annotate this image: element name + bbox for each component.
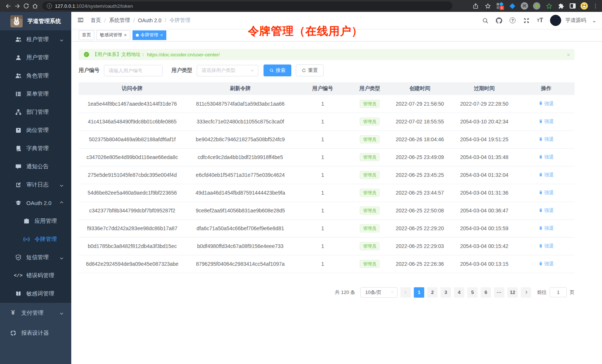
split-screen-icon[interactable] [570,3,576,9]
browser-forward-icon[interactable] [13,1,22,10]
column-header: 用户编号 [295,82,350,95]
user-id-input[interactable] [104,65,163,76]
alert-text: 【用户体系】文档地址： [92,51,145,58]
site-info-icon[interactable]: i [47,3,52,9]
force-logout-label: 强退 [544,189,554,196]
force-logout-label: 强退 [544,207,554,214]
github-icon[interactable] [495,17,503,24]
sidebar-item-16[interactable]: 报表设计器 [0,323,71,343]
refresh-cell: 333ecfc71e02480cb11055c875c3ca0f [186,113,295,130]
sidebar-menu: 租户管理用户管理角色管理菜单管理部门管理岗位管理字典管理通知公告审计日志OAut… [0,30,71,343]
page-button-12[interactable]: 12 [507,287,518,298]
command-extension-icon[interactable]: ⌘ [521,2,528,10]
refresh-cell: 49d1aa46d1454fbd87591444423be9fa [186,184,295,202]
caret-down-icon[interactable] [592,19,596,22]
emoji-extension-icon[interactable] [580,2,588,10]
font-size-icon[interactable]: TT [536,17,544,24]
browser-home-icon[interactable] [30,1,39,10]
column-header: 创建时间 [389,82,451,95]
sidebar-item-8[interactable]: 审计日志 [0,176,71,194]
table-row: c347026e805e4d99b0d116eae66eda8ccdfc4ce9… [79,148,575,166]
user-id-cell: 1 [295,130,350,148]
fullscreen-icon[interactable] [523,17,530,24]
sidebar-item-7[interactable]: 通知公告 [0,158,71,176]
breadcrumb: 首页 / 系统管理 / OAuth 2.0 / 令牌管理 [91,17,190,24]
browser-menu-icon[interactable]: ⋮ [593,3,598,9]
sidebar-item-5[interactable]: 岗位管理 [0,121,71,139]
sidebar-item-6[interactable]: 字典管理 [0,139,71,158]
app-title: 芋道管理系统 [27,18,61,25]
sidebar-item-12[interactable]: 短信管理 [0,248,71,267]
bookmark-star-icon[interactable] [484,1,491,10]
created-cell: 2022-06-25 22:29:20 [389,219,451,237]
search-button[interactable]: 搜索 [264,64,291,76]
page-button-3[interactable]: 3 [441,287,451,298]
more-pages-button[interactable]: ··· [494,287,504,298]
chevron-down-icon [59,311,64,315]
force-logout-button[interactable]: 强退 [539,172,554,178]
close-tab-icon[interactable]: × [160,33,163,37]
table-row: 275e5de9151045fe87cbdc395e004f4de6cfd40e… [79,166,575,184]
force-logout-button[interactable]: 强退 [539,100,554,107]
sidebar-item-11[interactable]: 令牌管理 [0,230,71,248]
page-button-6[interactable]: 6 [481,287,491,298]
force-logout-button[interactable]: 强退 [539,225,554,232]
force-logout-button[interactable]: 强退 [539,154,554,161]
alert-close-icon[interactable]: × [567,52,570,58]
sidebar-item-label: 角色管理 [26,72,49,79]
sidebar-item-1[interactable]: 用户管理 [0,49,71,67]
force-logout-button[interactable]: 强退 [539,261,554,267]
collapse-sidebar-icon[interactable] [77,17,85,24]
tab-switcher-extension-icon[interactable]: 9 [496,2,504,10]
force-logout-button[interactable]: 强退 [539,136,554,143]
page-button-5[interactable]: 5 [467,287,478,298]
header-search-icon[interactable] [481,17,489,24]
force-logout-button[interactable]: 强退 [539,243,554,249]
force-logout-button[interactable]: 强退 [539,189,554,196]
view-tab-0[interactable]: 首页 [79,30,94,40]
sidebar-item-0[interactable]: 租户管理 [0,30,71,49]
refresh-cell: 9ce8ef2aa9f14056b831ae9b608e28d5 [186,202,295,219]
sidebar-item-3[interactable]: 菜单管理 [0,85,71,103]
expires-cell: 2054-03-04 00:36:47 [451,202,518,219]
username[interactable]: 芋道源码 [565,17,586,24]
page-button-4[interactable]: 4 [454,287,464,298]
page-button-1[interactable]: 1 [414,287,424,298]
browser-reload-icon[interactable] [22,1,30,10]
page-size-select[interactable]: 10条/页 [360,287,397,298]
sidebar-item-9[interactable]: OAuth 2.0 [0,194,71,212]
gem-extension-icon[interactable] [508,1,516,10]
user-avatar[interactable] [550,15,561,26]
user-type-select[interactable]: 请选择用户类型 [197,65,258,76]
action-cell: 强退 [518,219,575,237]
share-icon[interactable] [472,1,479,10]
breadcrumb-home[interactable]: 首页 [91,17,101,24]
breadcrumb-oauth[interactable]: OAuth 2.0 [138,17,161,23]
sidebar-item-2[interactable]: 角色管理 [0,67,71,85]
sidebar-item-4[interactable]: 部门管理 [0,103,71,121]
doc-link[interactable]: https://doc.iocoder.cn/user-center/ [147,52,220,57]
goto-page-input[interactable] [550,287,567,297]
sidebar-item-13[interactable]: </>错误码管理 [0,267,71,285]
address-bar[interactable]: i 127.0.0.1:1024/system/oauth2/token [42,1,452,10]
prev-page-button[interactable] [400,287,411,298]
view-tab-2[interactable]: 令牌管理× [132,30,167,40]
close-tab-icon[interactable]: × [124,33,127,37]
app-logo-row[interactable]: 芋道管理系统 [0,12,71,30]
force-logout-button[interactable]: 强退 [539,118,554,125]
sidebar-item-14[interactable]: 敏感词管理 [0,285,71,303]
extensions-puzzle-icon[interactable] [557,1,565,10]
breadcrumb-system[interactable]: 系统管理 [109,17,130,24]
force-logout-button[interactable]: 强退 [539,207,554,214]
reset-button[interactable]: 重置 [296,64,324,76]
expires-cell: 2022-07-29 22:28:50 [451,95,518,113]
green-star-extension-icon[interactable] [545,1,553,10]
page-button-2[interactable]: 2 [427,287,438,298]
browser-back-icon[interactable] [4,1,13,10]
recorder-extension-icon[interactable] [533,2,540,10]
sidebar-item-15[interactable]: ¥支付管理 [0,303,71,323]
view-tab-1[interactable]: 敏感词管理× [96,30,130,40]
sidebar-item-10[interactable]: 应用管理 [0,212,71,230]
help-icon[interactable]: ? [509,17,516,24]
next-page-button[interactable] [521,287,531,298]
